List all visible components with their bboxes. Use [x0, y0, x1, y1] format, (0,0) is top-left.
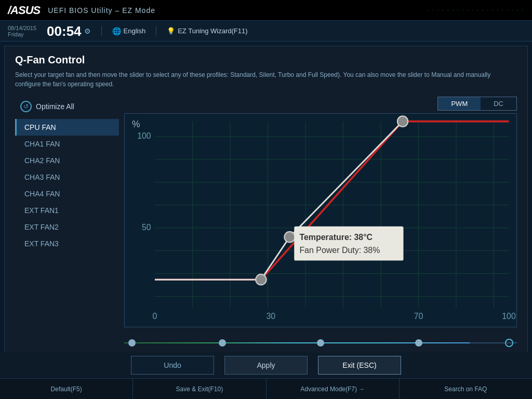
- optimize-all-btn[interactable]: ↺ Optimize All: [15, 97, 119, 116]
- fan-item-ext-fan1[interactable]: EXT FAN1: [15, 202, 119, 219]
- clock-display: 00:54: [47, 24, 82, 38]
- advanced-mode-btn[interactable]: Advanced Mode(F7) →: [267, 379, 400, 399]
- qfan-description: Select your target fan and then move the…: [15, 70, 517, 89]
- fan-items: CPU FANCHA1 FANCHA2 FANCHA3 FANCHA4 FANE…: [15, 119, 119, 252]
- search-btn[interactable]: Search on FAQ: [400, 379, 532, 399]
- svg-text:70: 70: [414, 311, 423, 321]
- exit-button[interactable]: Exit (ESC): [318, 356, 401, 375]
- date-display: 08/14/2015: [8, 25, 36, 31]
- fan-item-cha2-fan[interactable]: CHA2 FAN: [15, 152, 119, 169]
- fan-chart: 100 50 % 0 30 70 100 °C: [124, 113, 517, 327]
- svg-point-25: [256, 274, 266, 285]
- slider-container: [124, 335, 517, 351]
- svg-point-27: [397, 116, 408, 127]
- bulb-icon: 💡: [167, 27, 175, 35]
- content-area: ↺ Optimize All CPU FANCHA1 FANCHA2 FANCH…: [15, 97, 517, 361]
- fan-item-cpu-fan[interactable]: CPU FAN: [15, 119, 119, 136]
- bios-title: UEFI BIOS Utility – EZ Mode: [48, 6, 155, 15]
- subheader-bar: 08/14/2015 Friday 00:54 ⚙ 🌐 English 💡 EZ…: [0, 21, 532, 42]
- bottom-action-bar: Undo Apply Exit (ESC): [0, 352, 532, 378]
- language-label: English: [124, 27, 146, 35]
- dc-btn[interactable]: DC: [481, 97, 516, 110]
- day-display: Friday: [8, 31, 36, 37]
- save-exit-btn[interactable]: Save & Exit(F10): [133, 379, 266, 399]
- svg-text:50: 50: [142, 222, 151, 232]
- language-selector[interactable]: 🌐 English: [112, 27, 146, 35]
- asus-logo: /ASUS: [8, 4, 40, 17]
- svg-text:Fan Power Duty: 38%: Fan Power Duty: 38%: [299, 245, 380, 255]
- slider-dot-silent[interactable]: [219, 339, 226, 347]
- divider: [101, 26, 102, 36]
- svg-text:Temperature: 38°C: Temperature: 38°C: [299, 232, 373, 242]
- fan-list: ↺ Optimize All CPU FANCHA1 FANCHA2 FANCH…: [15, 97, 119, 361]
- fan-item-cha3-fan[interactable]: CHA3 FAN: [15, 169, 119, 185]
- slider-dot-standard[interactable]: [128, 339, 136, 347]
- gear-icon[interactable]: ⚙: [84, 27, 91, 35]
- slider-dot-fullspeed[interactable]: [415, 339, 422, 347]
- svg-text:0: 0: [153, 311, 157, 321]
- fan-item-cha1-fan[interactable]: CHA1 FAN: [15, 136, 119, 152]
- svg-point-26: [284, 232, 295, 243]
- ez-tuning-btn[interactable]: 💡 EZ Tuning Wizard(F11): [167, 27, 247, 35]
- pwm-dc-toggle[interactable]: PWM DC: [437, 97, 517, 111]
- function-bar: Default(F5) Save & Exit(F10) Advanced Mo…: [0, 378, 532, 399]
- pwm-btn[interactable]: PWM: [438, 97, 481, 110]
- ez-tuning-label: EZ Tuning Wizard(F11): [178, 27, 247, 35]
- fan-item-ext-fan2[interactable]: EXT FAN2: [15, 219, 119, 235]
- clock-area: 00:54 ⚙: [47, 24, 91, 38]
- main-panel: Q-Fan Control Select your target fan and…: [4, 46, 528, 368]
- optimize-icon: ↺: [20, 101, 32, 112]
- svg-rect-29: [294, 227, 403, 261]
- fan-item-cha4-fan[interactable]: CHA4 FAN: [15, 185, 119, 202]
- globe-icon: 🌐: [112, 27, 121, 35]
- chart-area: PWM DC: [124, 97, 517, 361]
- slider-track[interactable]: [124, 342, 517, 343]
- header-decoration: · · · · · · · · · · · · · · · · · · · ·: [428, 7, 524, 13]
- fan-item-ext-fan3[interactable]: EXT FAN3: [15, 235, 119, 252]
- svg-text:%: %: [132, 119, 140, 129]
- apply-button[interactable]: Apply: [224, 356, 308, 375]
- chart-svg: 100 50 % 0 30 70 100 °C: [125, 114, 516, 327]
- svg-text:100: 100: [502, 311, 516, 321]
- optimize-all-label: Optimize All: [36, 102, 74, 111]
- datetime-display: 08/14/2015 Friday: [8, 25, 36, 37]
- header-bar: /ASUS UEFI BIOS Utility – EZ Mode · · · …: [0, 0, 532, 21]
- undo-button[interactable]: Undo: [131, 356, 214, 375]
- svg-text:100: 100: [137, 131, 151, 140]
- slider-dot-turbo[interactable]: [317, 339, 324, 347]
- divider2: [156, 26, 156, 36]
- slider-dot-manual[interactable]: [505, 339, 513, 347]
- default-btn[interactable]: Default(F5): [0, 379, 133, 399]
- qfan-title: Q-Fan Control: [15, 54, 517, 66]
- svg-text:30: 30: [266, 311, 275, 321]
